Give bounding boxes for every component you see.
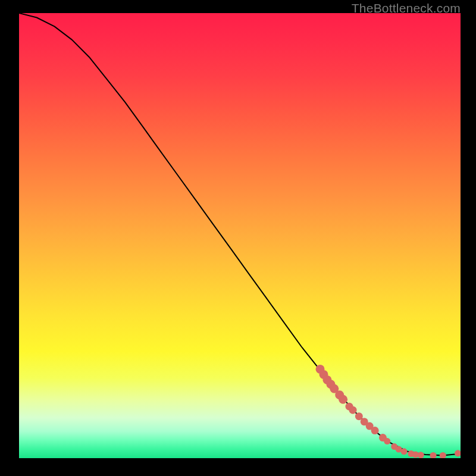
data-point bbox=[401, 448, 408, 455]
data-point bbox=[440, 452, 446, 458]
chart-overlay bbox=[19, 13, 461, 458]
bottleneck-curve bbox=[19, 13, 461, 456]
data-point bbox=[430, 452, 437, 458]
plot-area bbox=[19, 13, 461, 458]
data-point bbox=[349, 406, 357, 414]
data-point bbox=[371, 427, 379, 434]
data-point bbox=[384, 438, 390, 444]
chart-frame: TheBottleneck.com bbox=[0, 0, 476, 476]
data-point bbox=[418, 452, 424, 458]
data-point bbox=[339, 395, 347, 404]
data-point bbox=[455, 450, 461, 456]
data-points-group bbox=[316, 365, 461, 458]
